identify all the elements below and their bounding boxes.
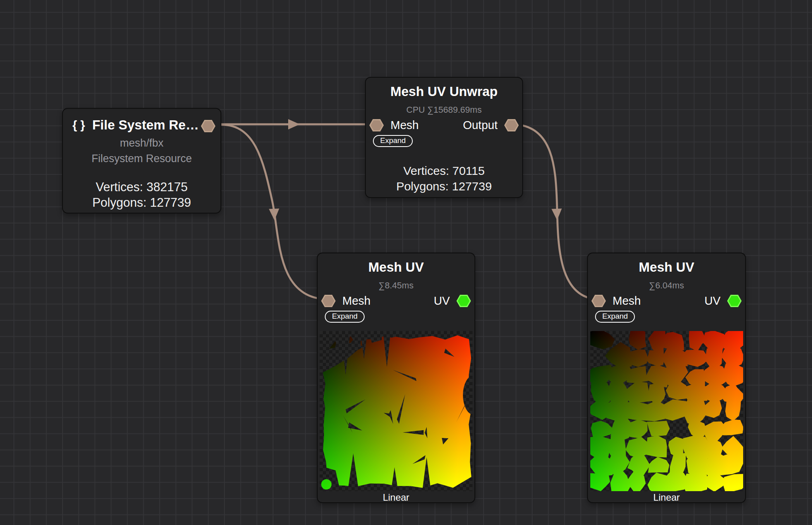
hexagon-port-icon [592,295,605,306]
node-title: Mesh UV Unwrap [366,83,522,100]
uv-preview-canvas [590,331,743,491]
texture-filter-label: Linear [588,491,745,503]
node-mesh-uv-2[interactable]: Mesh UV ∑6.04ms Mesh UV Expand [587,253,746,503]
expand-button[interactable]: Expand [325,311,365,323]
hexagon-port-icon [457,295,470,306]
hexagon-port-icon [322,295,335,306]
node-timing: ∑6.04ms [588,280,745,291]
polygons-count: Polygons: 127739 [63,195,221,210]
hexagon-port-icon [505,119,518,131]
hexagon-port-icon [728,295,741,306]
port-label: Mesh [613,294,641,308]
wire-arrow-right-icon [288,119,300,129]
wire-file-to-meshuv-1[interactable] [221,125,326,299]
node-title: Mesh UV [318,259,474,276]
node-file-system-resource[interactable]: { } File System Re… mesh/fbx Filesystem … [62,108,221,214]
port-label: Mesh [390,119,419,132]
node-resource-type: mesh/fbx [63,137,221,149]
port-label: UV [434,294,450,308]
port-input-mesh[interactable]: Mesh [591,294,641,308]
node-title: File System Re… [92,116,199,134]
port-input-mesh[interactable]: Mesh [369,119,419,132]
expand-button[interactable]: Expand [595,311,635,323]
port-output-uv[interactable]: UV [434,294,471,308]
hexagon-port-icon [370,119,383,131]
port-output-uv[interactable]: UV [705,294,742,308]
node-mesh-uv-unwrap[interactable]: Mesh UV Unwrap CPU ∑15689.69ms Mesh Outp… [365,77,523,198]
port-output[interactable]: Output [463,119,519,132]
port-label: Output [463,119,498,132]
node-mesh-uv-1[interactable]: Mesh UV ∑8.45ms Mesh UV Expand [317,253,475,503]
node-title: Mesh UV [588,259,745,276]
braces-icon: { } [72,116,85,134]
polygons-count: Polygons: 127739 [366,178,522,194]
uv-preview-canvas [320,331,472,491]
node-timing: CPU ∑15689.69ms [366,105,522,115]
node-editor-canvas[interactable]: { } File System Re… mesh/fbx Filesystem … [0,0,812,525]
wire-unwrap-to-meshuv-2[interactable] [517,125,598,299]
port-label: UV [705,294,720,308]
port-input-mesh[interactable]: Mesh [321,294,371,308]
vertices-count: Vertices: 70115 [366,163,522,178]
vertices-count: Vertices: 382175 [63,179,221,195]
hexagon-port-icon [202,121,215,132]
texture-filter-label: Linear [318,491,474,503]
expand-button[interactable]: Expand [373,135,413,147]
port-output-mesh[interactable] [201,119,216,133]
port-label: Mesh [342,294,371,308]
wire-arrow-down-icon [269,209,280,221]
wire-arrow-down-icon [552,209,562,221]
node-timing: ∑8.45ms [318,280,474,291]
node-category: Filesystem Resource [63,152,221,165]
